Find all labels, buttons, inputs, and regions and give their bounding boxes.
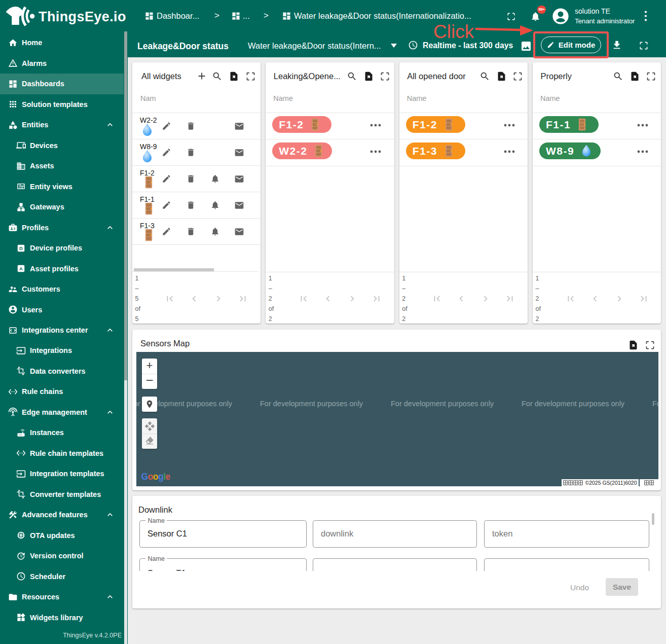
svg-text:A: A bbox=[19, 266, 23, 271]
svg-text:D: D bbox=[19, 245, 23, 251]
